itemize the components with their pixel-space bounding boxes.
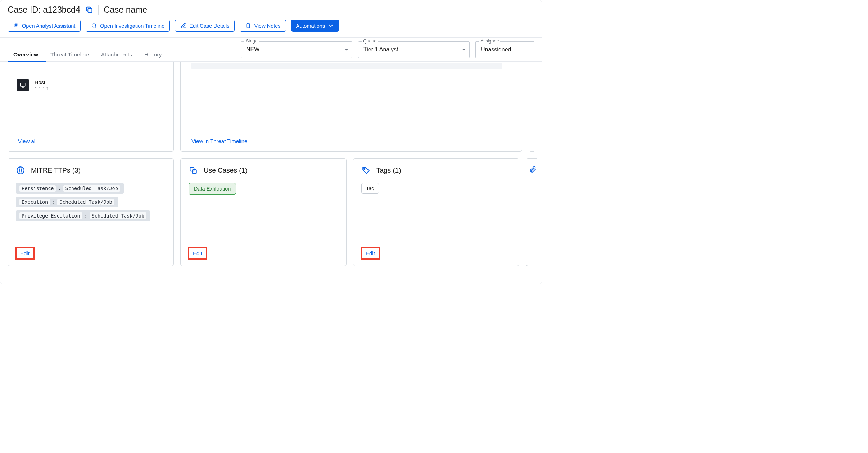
pencil-icon [180,23,186,29]
queue-select[interactable]: Tier 1 Analyst [358,41,470,58]
edit-case-details-button[interactable]: Edit Case Details [175,20,235,32]
search-icon [91,23,97,29]
panel-cutoff [529,62,534,152]
mitre-ttp-item[interactable]: Persistence: Scheduled Task/Job [16,183,124,194]
mitre-ttps-title: MITRE TTPs (3) [31,166,81,174]
tags-card: Tags (1) Tag Edit [353,158,519,266]
assignee-label: Assignee [479,38,500,44]
highlight-box: Edit [361,247,380,260]
chevron-down-icon [328,23,334,29]
mitre-category: Execution [19,199,50,205]
stage-value: NEW [246,46,259,53]
automations-dropdown[interactable]: Automations [291,20,339,32]
mitre-icon [16,166,25,175]
host-value: 1.1.1.1 [35,86,49,91]
tag-icon [361,166,371,175]
highlight-box: Edit [15,247,35,260]
case-id: Case ID: a123bcd4 [8,5,80,15]
edit-case-details-label: Edit Case Details [189,23,229,29]
copy-icon[interactable] [85,6,93,14]
open-investigation-timeline-button[interactable]: Open Investigation Timeline [86,20,170,32]
threat-timeline-panel: View in Threat Timeline [180,62,522,152]
tab-overview[interactable]: Overview [13,51,38,61]
stage-label: Stage [244,38,259,44]
tab-threat-timeline[interactable]: Threat Timeline [50,51,89,61]
chevron-down-icon [462,49,466,51]
clipboard-icon [245,23,251,29]
timeline-placeholder-bar [191,63,502,69]
tab-active-indicator [8,61,46,62]
attachments-card-cutoff [526,158,537,266]
view-notes-label: View Notes [254,23,280,29]
assignee-value: Unassigned [481,46,511,53]
use-cases-card: Use Cases (1) Data Exfiltration Edit [180,158,347,266]
sparkle-icon [13,23,19,29]
tab-history[interactable]: History [144,51,162,61]
view-in-threat-timeline-link[interactable]: View in Threat Timeline [191,138,247,144]
svg-point-3 [92,24,96,27]
queue-value: Tier 1 Analyst [363,46,398,53]
monitor-icon [17,79,29,91]
svg-point-2 [14,26,14,26]
view-notes-button[interactable]: View Notes [240,20,286,32]
edit-tags-link[interactable]: Edit [366,250,375,256]
tab-attachments[interactable]: Attachments [101,51,132,61]
header-divider [98,5,99,15]
svg-rect-6 [20,83,25,86]
mitre-category: Privilege Escalation [19,212,82,219]
mitre-technique: Scheduled Task/Job [90,212,146,219]
mitre-ttp-item[interactable]: Execution: Scheduled Task/Job [16,197,118,207]
tag-chip[interactable]: Tag [361,183,379,194]
mitre-technique: Scheduled Task/Job [63,185,120,192]
queue-label: Queue [362,38,378,44]
stage-select[interactable]: NEW [241,41,352,58]
mitre-technique: Scheduled Task/Job [57,199,114,205]
open-investigation-timeline-label: Open Investigation Timeline [100,23,164,29]
stack-icon [189,166,198,175]
paperclip-icon [529,169,537,174]
svg-rect-0 [88,8,92,12]
case-name: Case name [104,5,147,15]
hosts-panel: Host 1.1.1.1 View all [8,62,174,152]
use-cases-title: Use Cases (1) [204,166,247,174]
automations-label: Automations [296,23,325,29]
open-analyst-assistant-label: Open Analyst Assistant [22,23,75,29]
view-all-link[interactable]: View all [18,138,36,144]
open-analyst-assistant-button[interactable]: Open Analyst Assistant [8,20,81,32]
assignee-select[interactable]: Unassigned [475,41,534,58]
edit-usecases-link[interactable]: Edit [193,250,202,256]
edit-mitre-link[interactable]: Edit [20,250,30,256]
svg-point-12 [364,168,365,169]
host-label: Host [35,79,49,85]
mitre-ttp-item[interactable]: Privilege Escalation: Scheduled Task/Job [16,210,150,221]
chevron-down-icon [345,49,348,51]
highlight-box: Edit [188,247,207,260]
svg-point-1 [18,24,18,24]
mitre-ttps-card: MITRE TTPs (3) Persistence: Scheduled Ta… [8,158,174,266]
host-item[interactable]: Host 1.1.1.1 [17,79,165,91]
use-case-pill[interactable]: Data Exfiltration [189,183,236,195]
tags-title: Tags (1) [376,166,401,174]
mitre-category: Persistence [19,185,56,192]
